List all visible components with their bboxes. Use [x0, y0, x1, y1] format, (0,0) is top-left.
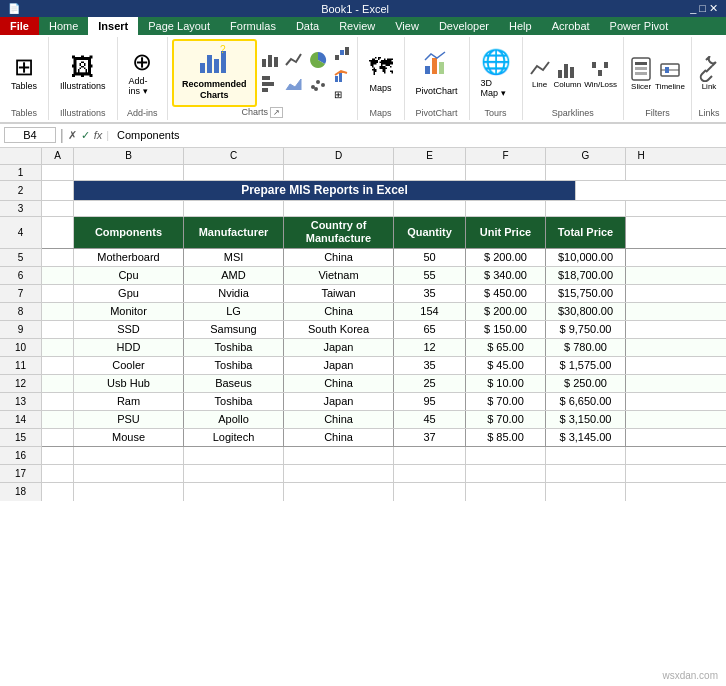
addins-button[interactable]: ⊕ Add-ins ▾ [124, 48, 161, 98]
scatter-chart-button[interactable] [307, 74, 329, 96]
row-header-10[interactable]: 10 [0, 339, 42, 357]
svg-rect-16 [340, 50, 344, 55]
cell-1d[interactable] [284, 165, 394, 180]
svg-line-36 [706, 66, 712, 72]
tab-help[interactable]: Help [499, 17, 542, 35]
tab-insert[interactable]: Insert [88, 17, 138, 35]
row-header-18[interactable]: 18 [0, 483, 42, 501]
tab-acrobat[interactable]: Acrobat [542, 17, 600, 35]
col-header-d[interactable]: D [284, 148, 394, 164]
table-row: Components Manufacturer Country of Manuf… [42, 217, 726, 249]
row-header-14[interactable]: 14 [0, 411, 42, 429]
cell-1a[interactable] [42, 165, 74, 180]
cell-motherboard[interactable]: Motherboard [74, 249, 184, 266]
sparklines-line-button[interactable]: Line [529, 58, 551, 89]
cell-1e[interactable] [394, 165, 466, 180]
tables-button[interactable]: ⊞ Tables [6, 53, 42, 93]
ribbon-tabs: File Home Insert Page Layout Formulas Da… [0, 17, 726, 35]
line-chart-button[interactable] [283, 50, 305, 73]
charts-expand-button[interactable]: ↗ [270, 107, 283, 118]
col-header-a[interactable]: A [42, 148, 74, 164]
col-header-c[interactable]: C [184, 148, 284, 164]
col-header-b[interactable]: B [74, 148, 184, 164]
sparklines-column-button[interactable]: Column [554, 58, 582, 89]
cell-1f[interactable] [466, 165, 546, 180]
waterfall-chart-button[interactable] [331, 44, 353, 64]
table-row [42, 165, 726, 181]
pivotchart-button[interactable]: PivotChart [411, 48, 463, 98]
3dmap-button[interactable]: 🌐 3D Map ▾ [476, 46, 516, 100]
tab-file[interactable]: File [0, 17, 39, 35]
svg-point-12 [316, 80, 320, 84]
tab-formulas[interactable]: Formulas [220, 17, 286, 35]
row-header-13[interactable]: 13 [0, 393, 42, 411]
row-header-15[interactable]: 15 [0, 429, 42, 447]
bar-chart-button[interactable] [259, 74, 281, 96]
pie-chart-button[interactable] [307, 50, 329, 73]
header-quantity[interactable]: Quantity [394, 217, 466, 248]
row-header-9[interactable]: 9 [0, 321, 42, 339]
timeline-button[interactable]: Timeline [655, 56, 685, 91]
svg-point-14 [314, 87, 318, 91]
cell-2a[interactable] [42, 181, 74, 200]
svg-rect-23 [558, 70, 562, 78]
row-header-12[interactable]: 12 [0, 375, 42, 393]
cancel-formula-icon[interactable]: ✗ [68, 129, 77, 142]
area-chart-button[interactable] [283, 74, 305, 96]
svg-rect-30 [635, 62, 647, 65]
tab-data[interactable]: Data [286, 17, 329, 35]
addins-icon: ⊕ [132, 50, 152, 74]
maps-button[interactable]: 🗺 Maps [364, 51, 398, 95]
header-country[interactable]: Country of Manufacture [284, 217, 394, 248]
row-header-8[interactable]: 8 [0, 303, 42, 321]
table-row [42, 465, 726, 483]
cell-1b[interactable] [74, 165, 184, 180]
sparklines-group-label: Sparklines [552, 108, 594, 118]
row-header-4[interactable]: 4 [0, 217, 42, 249]
tab-review[interactable]: Review [329, 17, 385, 35]
link-button[interactable]: Link [698, 56, 720, 91]
row-header-17[interactable]: 17 [0, 465, 42, 483]
header-unit-price[interactable]: Unit Price [466, 217, 546, 248]
tab-home[interactable]: Home [39, 17, 88, 35]
insert-function-icon[interactable]: fx [94, 129, 103, 141]
cell-reference-box[interactable] [4, 127, 56, 143]
row-header-3[interactable]: 3 [0, 201, 42, 217]
links-group-label: Links [698, 108, 719, 118]
combo-chart-button[interactable] [331, 66, 353, 86]
cell-2h[interactable] [576, 181, 606, 200]
confirm-formula-icon[interactable]: ✓ [81, 129, 90, 142]
sparklines-winloss-button[interactable]: Win/Loss [584, 58, 617, 89]
col-header-h[interactable]: H [626, 148, 656, 164]
svg-rect-21 [432, 58, 437, 74]
col-header-f[interactable]: F [466, 148, 546, 164]
header-total-price[interactable]: Total Price [546, 217, 626, 248]
col-header-e[interactable]: E [394, 148, 466, 164]
table-row: SSD Samsung South Korea 65 $ 150.00 $ 9,… [42, 321, 726, 339]
row-header-2[interactable]: 2 [0, 181, 42, 201]
row-header-6[interactable]: 6 [0, 267, 42, 285]
column-chart-button[interactable] [259, 50, 281, 73]
row-header-7[interactable]: 7 [0, 285, 42, 303]
tab-view[interactable]: View [385, 17, 429, 35]
cell-1h[interactable] [626, 165, 656, 180]
slicer-button[interactable]: Slicer [630, 56, 652, 91]
tab-page-layout[interactable]: Page Layout [138, 17, 220, 35]
tab-power-pivot[interactable]: Power Pivot [600, 17, 679, 35]
row-header-1[interactable]: 1 [0, 165, 42, 181]
tab-developer[interactable]: Developer [429, 17, 499, 35]
illustrations-button[interactable]: 🖼 Illustrations [55, 53, 111, 93]
expand-charts-button[interactable]: ⊞ [331, 88, 353, 101]
row-header-11[interactable]: 11 [0, 357, 42, 375]
cell-1g[interactable] [546, 165, 626, 180]
formula-input[interactable] [113, 128, 722, 142]
row-header-16[interactable]: 16 [0, 447, 42, 465]
title-cell[interactable]: Prepare MIS Reports in Excel [74, 181, 576, 200]
pivotchart-icon [423, 50, 451, 84]
col-header-g[interactable]: G [546, 148, 626, 164]
row-header-5[interactable]: 5 [0, 249, 42, 267]
header-components[interactable]: Components [74, 217, 184, 248]
cell-1c[interactable] [184, 165, 284, 180]
header-manufacturer[interactable]: Manufacturer [184, 217, 284, 248]
recommended-charts-button[interactable]: ? RecommendedCharts [172, 39, 257, 107]
